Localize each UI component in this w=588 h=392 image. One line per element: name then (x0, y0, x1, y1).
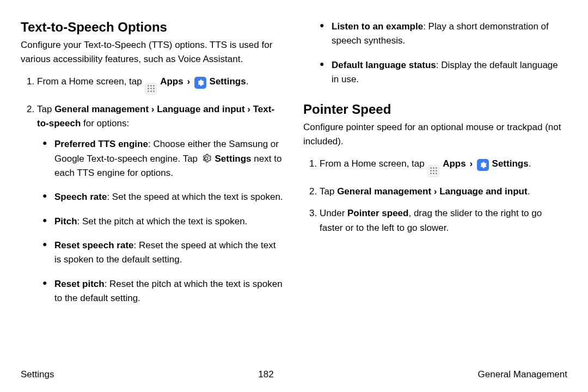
tts-options-cont: Listen to an example: Play a short demon… (303, 20, 567, 87)
settings-icon (477, 159, 489, 171)
pointer-steps: From a Home screen, tap Apps › Settings.… (303, 157, 567, 235)
step-text: From a Home screen, tap (320, 158, 427, 169)
option-label: Pitch (54, 216, 77, 226)
breadcrumb-sep: › (469, 158, 473, 169)
option-label: Speech rate (54, 192, 107, 202)
footer-left: Settings (21, 369, 54, 380)
option-label: Preferred TTS engine (54, 139, 148, 149)
option-label: Reset pitch (54, 279, 105, 289)
tts-intro: Configure your Text-to-Speech (TTS) opti… (21, 38, 285, 66)
right-column: Listen to an example: Play a short demon… (303, 20, 567, 357)
apps-icon (145, 83, 157, 95)
pointer-intro: Configure pointer speed for an optional … (303, 120, 567, 148)
option-label: Default language status (332, 60, 436, 70)
option-text: : Set the speed at which the text is spo… (107, 192, 283, 202)
option-label: Reset speech rate (54, 240, 134, 250)
apps-label: Apps (160, 76, 183, 87)
step-text: From a Home screen, tap (37, 76, 144, 87)
list-item: Default language status: Display the def… (332, 58, 567, 87)
option-text: : Set the pitch at which the text is spo… (77, 216, 248, 226)
list-item: Pitch: Set the pitch at which the text i… (54, 215, 285, 229)
pointer-step-1: From a Home screen, tap Apps › Settings. (320, 157, 567, 177)
page-footer: Settings 182 General Management (21, 369, 567, 380)
apps-icon (427, 165, 439, 177)
tts-step-2: Tap General management › Language and in… (37, 102, 285, 306)
step-text: for options: (81, 118, 129, 128)
pointer-step-2: Tap General management › Language and in… (320, 185, 567, 199)
punct: . (529, 158, 531, 169)
settings-label: Settings (210, 76, 246, 87)
tts-options: Preferred TTS engine: Choose either the … (37, 137, 285, 305)
nav-path: General management › Language and input (337, 186, 528, 197)
tts-heading: Text-to-Speech Options (21, 20, 285, 35)
apps-label: Apps (443, 158, 466, 169)
list-item: Preferred TTS engine: Choose either the … (54, 137, 285, 180)
step-text: Tap (37, 104, 54, 114)
settings-icon (194, 77, 206, 89)
nav-path: General management › Language and input … (37, 104, 274, 128)
list-item: Reset pitch: Reset the pitch at which th… (54, 277, 285, 306)
step-text: Tap (320, 186, 337, 197)
breadcrumb-sep: › (187, 76, 190, 87)
punct: . (528, 186, 530, 197)
left-column: Text-to-Speech Options Configure your Te… (21, 20, 285, 357)
pointer-step-3: Under Pointer speed, drag the slider to … (320, 206, 567, 235)
gear-icon (201, 153, 212, 164)
settings-label: Settings (492, 158, 529, 169)
pointer-heading: Pointer Speed (303, 102, 567, 117)
settings-label: Settings (215, 154, 252, 164)
footer-right: General Management (478, 369, 567, 380)
list-item: Listen to an example: Play a short demon… (332, 20, 567, 48)
page-number: 182 (258, 369, 273, 380)
option-label: Listen to an example (332, 21, 423, 32)
tts-steps: From a Home screen, tap Apps › Settings.… (21, 75, 285, 305)
option-label: Pointer speed (347, 208, 408, 218)
list-item: Reset speech rate: Reset the speed at wh… (54, 238, 285, 267)
tts-step-1: From a Home screen, tap Apps › Settings. (37, 75, 285, 95)
list-item: Speech rate: Set the speed at which the … (54, 190, 285, 204)
punct: . (246, 76, 249, 87)
step-text: Under (320, 208, 347, 218)
